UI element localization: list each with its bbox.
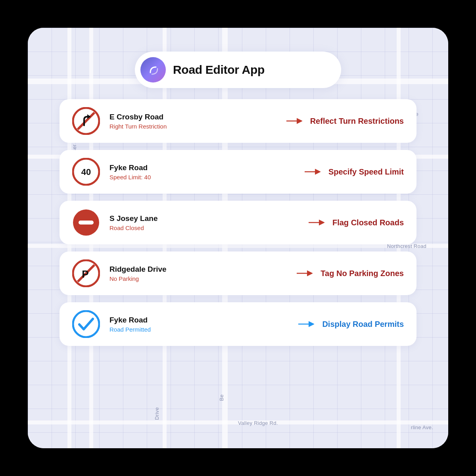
feature-card-road-closed[interactable]: S Josey Lane Road Closed Flag Closed Roa… <box>60 201 416 244</box>
arrow-red-1 <box>286 117 303 125</box>
no-parking-sub: No Parking <box>109 275 286 282</box>
turn-restriction-text: E Crosby Road Right Turn Restriction <box>109 113 276 130</box>
arrow-red-4 <box>296 269 313 277</box>
road-permit-text: Fyke Road Road Permitted <box>109 316 288 333</box>
speed-limit-sub: Speed Limit: 40 <box>109 174 294 180</box>
no-parking-action: Tag No Parking Zones <box>321 269 404 278</box>
road-closed-road: S Josey Lane <box>109 214 298 223</box>
road-closed-action: Flag Closed Roads <box>332 218 404 227</box>
feature-card-speed-limit[interactable]: 40 Fyke Road Speed Limit: 40 Specify Spe… <box>60 150 416 194</box>
road-closed-text: S Josey Lane Road Closed <box>109 214 298 231</box>
no-parking-arrow-area: Tag No Parking Zones <box>296 269 404 278</box>
turn-restriction-action: Reflect Turn Restrictions <box>310 117 404 126</box>
speed-limit-arrow-area: Specify Speed Limit <box>304 167 404 177</box>
turn-restriction-sub: Right Turn Restriction <box>109 123 276 130</box>
feature-card-turn-restriction[interactable]: E Crosby Road Right Turn Restriction Ref… <box>60 99 416 143</box>
speed-limit-road: Fyke Road <box>109 163 294 172</box>
road-permit-sub: Road Permitted <box>109 326 288 333</box>
speed-limit-text: Fyke Road Speed Limit: 40 <box>109 163 294 180</box>
arrow-red-3 <box>308 219 325 226</box>
app-container: Bonham Street Merrell Road ton Lane Ross… <box>28 28 448 448</box>
road-permit-icon <box>72 310 100 338</box>
no-parking-text: Ridgedale Drive No Parking <box>109 265 286 282</box>
app-title: Road Editor App <box>173 63 265 77</box>
feature-card-no-parking[interactable]: P Ridgedale Drive No Parking Tag No Park… <box>60 251 416 295</box>
road-permit-action: Display Road Permits <box>322 320 404 329</box>
content-area: Road Editor App E Crosby Road Right T <box>28 28 448 448</box>
road-permit-arrow-area: Display Road Permits <box>298 320 404 329</box>
app-icon <box>140 57 166 83</box>
no-parking-icon: P <box>72 259 100 287</box>
turn-restriction-arrow-area: Reflect Turn Restrictions <box>286 117 404 126</box>
app-logo-icon <box>146 63 160 77</box>
svg-text:40: 40 <box>81 167 91 177</box>
feature-card-road-permit[interactable]: Fyke Road Road Permitted Display Road Pe… <box>60 302 416 346</box>
svg-point-13 <box>73 311 99 337</box>
speed-limit-action: Specify Speed Limit <box>328 167 404 177</box>
arrow-blue <box>298 320 315 328</box>
road-closed-sub: Road Closed <box>109 225 298 231</box>
road-permit-road: Fyke Road <box>109 316 288 324</box>
svg-rect-7 <box>79 221 94 225</box>
speed-limit-icon: 40 <box>72 158 100 186</box>
arrow-red-2 <box>304 168 321 176</box>
road-closed-icon <box>72 209 100 236</box>
road-closed-arrow-area: Flag Closed Roads <box>308 218 404 227</box>
header-card: Road Editor App <box>135 52 341 88</box>
turn-restriction-icon <box>72 107 100 135</box>
svg-text:P: P <box>82 268 88 280</box>
turn-restriction-road: E Crosby Road <box>109 113 276 121</box>
no-parking-road: Ridgedale Drive <box>109 265 286 274</box>
